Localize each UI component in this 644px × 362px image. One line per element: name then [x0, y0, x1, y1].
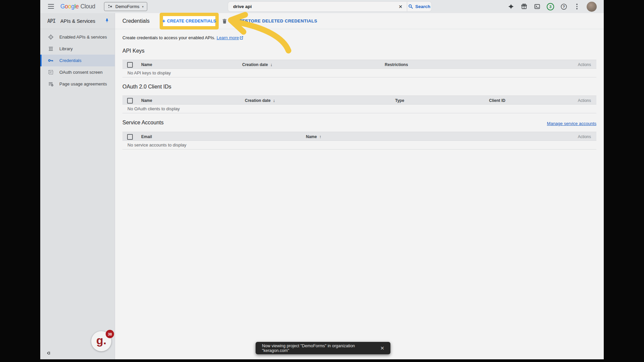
toast-close-icon[interactable]: ✕	[379, 344, 386, 353]
search-clear-icon[interactable]: ✕	[394, 4, 407, 9]
top-bar: Google Cloud DemoForms ▾ ✕	[40, 0, 604, 13]
create-credentials-button-highlighted[interactable]: + CREATE CREDENTIALS	[160, 13, 219, 29]
intro-sentence: Create credentials to access your enable…	[122, 35, 215, 40]
sidebar-item-enabled-apis[interactable]: Enabled APIs & services	[40, 31, 115, 43]
service-accounts-empty-row: No service accounts to display	[122, 141, 596, 149]
column-name[interactable]: Name ↑	[306, 132, 321, 141]
sidebar-item-label: Page usage agreements	[59, 81, 107, 86]
oauth-empty-row: No OAuth clients to display	[122, 105, 596, 113]
api-keys-empty-row: No API keys to display	[122, 69, 596, 77]
gemini-sparkle-icon[interactable]	[507, 3, 514, 10]
library-icon	[48, 46, 54, 52]
overflow-menu-icon[interactable]	[574, 3, 580, 10]
plus-icon: +	[162, 18, 165, 24]
main-content: Credentials DELETE RESTORE DELETED CREDE…	[115, 13, 604, 359]
column-name[interactable]: Name	[141, 60, 152, 69]
search-button[interactable]: Search	[407, 4, 431, 9]
search-button-label: Search	[415, 4, 430, 9]
sidebar-item-label: Library	[59, 46, 73, 51]
sidebar-header: API APIs & Services	[40, 13, 115, 29]
create-credentials-label: CREATE CREDENTIALS	[167, 19, 216, 23]
manage-service-accounts-link[interactable]: Manage service accounts	[547, 121, 596, 126]
intro-text: Create credentials to access your enable…	[122, 35, 244, 40]
toast-notification: Now viewing project "DemoForms" in organ…	[256, 342, 390, 354]
external-link-icon	[239, 36, 244, 40]
svg-text:?: ?	[563, 5, 565, 9]
enabled-apis-icon	[48, 34, 54, 40]
api-keys-table-header: Name Creation date ↓ Restrictions Action…	[122, 60, 596, 69]
collapse-sidebar-icon[interactable]	[46, 351, 51, 357]
pin-icon[interactable]	[105, 18, 109, 24]
select-all-checkbox[interactable]	[127, 62, 133, 68]
sidebar-item-library[interactable]: Library	[40, 43, 115, 55]
free-trial-gift-icon[interactable]	[521, 3, 527, 10]
sort-desc-icon: ↓	[270, 62, 273, 67]
google-logo-word: Google	[60, 3, 79, 10]
scribe-logo-text: g.	[96, 334, 106, 347]
sidebar-item-credentials[interactable]: Credentials	[40, 55, 115, 66]
column-actions: Actions	[578, 132, 591, 141]
select-all-checkbox[interactable]	[127, 98, 133, 104]
learn-more-link[interactable]: Learn more	[217, 35, 244, 40]
sort-asc-icon: ↑	[319, 134, 322, 139]
oauth-table-header: Name Creation date ↓ Type Client ID Acti…	[122, 96, 596, 105]
screenshot-stage: Google Cloud DemoForms ▾ ✕	[0, 0, 644, 362]
column-name[interactable]: Name	[141, 96, 152, 105]
help-icon[interactable]: ?	[560, 3, 567, 10]
topbar-icon-row: 3 ?	[507, 0, 604, 13]
sidebar-item-page-usage[interactable]: Page usage agreements	[40, 78, 115, 90]
key-icon	[48, 58, 54, 63]
search-input[interactable]	[228, 4, 394, 9]
sidebar-item-label: Enabled APIs & services	[59, 35, 107, 40]
sidebar-title: APIs & Services	[60, 18, 95, 24]
column-email[interactable]: Email	[141, 132, 152, 141]
oauth-clients-title: OAuth 2.0 Client IDs	[122, 84, 171, 90]
service-accounts-title: Service Accounts	[122, 120, 164, 126]
search-bar: ✕ Search	[228, 2, 431, 11]
sidebar: API APIs & Services En	[40, 13, 115, 359]
account-avatar[interactable]	[587, 2, 597, 12]
sort-desc-icon: ↓	[273, 98, 275, 103]
learn-more-label: Learn more	[217, 35, 239, 40]
search-icon	[408, 4, 413, 9]
notifications-badge[interactable]: 3	[547, 3, 554, 10]
column-creation-date[interactable]: Creation date ↓	[245, 96, 275, 105]
trash-icon	[222, 18, 227, 24]
agreements-icon	[48, 81, 54, 87]
column-restrictions[interactable]: Restrictions	[385, 60, 408, 69]
column-type[interactable]: Type	[395, 96, 404, 105]
google-cloud-logo[interactable]: Google Cloud	[60, 3, 95, 10]
sidebar-item-label: OAuth consent screen	[59, 70, 103, 75]
cloud-logo-word: Cloud	[80, 3, 95, 10]
column-creation-date[interactable]: Creation date ↓	[242, 60, 272, 69]
column-client-id[interactable]: Client ID	[489, 96, 505, 105]
api-keys-title: API Keys	[122, 48, 145, 54]
hamburger-menu-icon[interactable]	[48, 4, 54, 9]
select-all-checkbox[interactable]	[127, 134, 133, 140]
restore-deleted-credentials-button[interactable]: RESTORE DELETED CREDENTIALS	[239, 13, 317, 29]
project-selector[interactable]: DemoForms ▾	[104, 2, 147, 11]
column-actions: Actions	[578, 96, 591, 105]
api-section-logo: API	[47, 18, 55, 24]
toast-message: Now viewing project "DemoForms" in organ…	[262, 344, 379, 353]
service-accounts-table-header: Email Name ↑ Actions	[122, 132, 596, 141]
column-actions: Actions	[578, 60, 591, 69]
scribe-step-badge: 38	[106, 330, 114, 338]
project-icon	[108, 4, 113, 9]
sidebar-item-label: Credentials	[59, 58, 82, 63]
sidebar-item-oauth-consent[interactable]: OAuth consent screen	[40, 66, 115, 78]
cloud-shell-icon[interactable]	[534, 3, 540, 10]
project-name: DemoForms	[115, 4, 140, 9]
consent-screen-icon	[48, 69, 54, 75]
sidebar-nav: Enabled APIs & services Library	[40, 29, 115, 90]
chevron-down-icon: ▾	[142, 5, 144, 8]
cloud-console-window: Google Cloud DemoForms ▾ ✕	[40, 0, 604, 359]
page-title: Credentials	[122, 13, 150, 29]
